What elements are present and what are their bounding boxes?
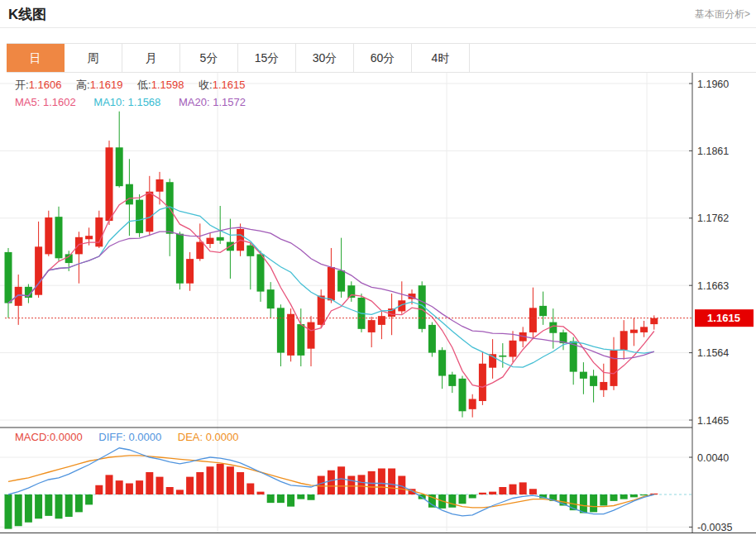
- price-tick-label: 1.1960: [697, 79, 729, 90]
- macd-pane: [4, 448, 692, 529]
- macd-legend: MACD:0.0000 DIFF: 0.0000 DEA: 0.0000: [15, 431, 239, 443]
- candle-body: [510, 341, 517, 357]
- macd-bar: [45, 494, 52, 516]
- macd-bar: [227, 466, 234, 494]
- candle-body: [318, 296, 325, 325]
- candle-body: [630, 330, 638, 333]
- macd-bar: [620, 494, 628, 499]
- candle-body: [610, 350, 618, 386]
- macd-bar: [580, 494, 587, 514]
- macd-bar: [347, 476, 355, 495]
- macd-bar: [337, 466, 345, 494]
- candle-body: [257, 254, 265, 291]
- macd-bar: [15, 494, 22, 526]
- candle-body: [499, 356, 506, 357]
- macd-bar: [328, 471, 335, 494]
- macd-tick-label: -0.0035: [697, 522, 732, 533]
- tab-day[interactable]: 日: [7, 44, 65, 72]
- macd-bar: [519, 482, 527, 494]
- ma10-legend: MA10: 1.1568: [93, 96, 160, 108]
- macd-bar: [126, 484, 133, 495]
- tab-4hour[interactable]: 4时: [412, 44, 470, 72]
- candle-body: [297, 324, 304, 356]
- macd-bar: [207, 466, 214, 494]
- macd-bar: [166, 487, 174, 494]
- macd-bar: [378, 469, 385, 495]
- low-label: 低:: [137, 79, 151, 91]
- candle-body: [337, 270, 345, 291]
- macd-bar: [640, 494, 648, 495]
- fundamental-analysis-link[interactable]: 基本面分析>: [695, 7, 750, 21]
- candle-body: [580, 372, 587, 379]
- candle-body: [146, 192, 153, 232]
- candle-body: [590, 376, 597, 386]
- tab-5min[interactable]: 5分: [180, 44, 238, 72]
- timeframe-tabbar: 日 周 月 5分 15分 30分 60分 4时: [7, 43, 756, 73]
- macd-bar: [287, 494, 294, 507]
- macd-bar: [95, 485, 103, 494]
- diff-value-legend: DIFF: 0.0000: [98, 431, 161, 443]
- page-title: K线图: [8, 5, 46, 24]
- macd-bar: [35, 494, 42, 518]
- price-tick-label: 1.1861: [697, 146, 729, 157]
- macd-bar: [237, 472, 244, 494]
- macd-bar: [630, 494, 638, 497]
- macd-bar: [5, 494, 12, 529]
- tab-month[interactable]: 月: [122, 44, 180, 72]
- macd-bar: [196, 472, 203, 494]
- macd-bar: [186, 477, 194, 494]
- candle-body: [438, 350, 446, 375]
- candle-body: [116, 147, 123, 186]
- candle-body: [308, 322, 315, 349]
- macd-bar: [448, 494, 456, 508]
- macd-bar: [388, 469, 395, 495]
- grid-lines: [0, 73, 692, 533]
- candle-body: [347, 285, 355, 298]
- macd-bar: [308, 494, 315, 500]
- candle-body: [246, 246, 254, 256]
- macd-bar: [459, 494, 467, 504]
- kline-chart-canvas[interactable]: 1.19601.18611.17621.16631.15641.14650.00…: [0, 73, 756, 535]
- macd-bar: [116, 480, 123, 494]
- ma5-legend: MA5: 1.1602: [15, 96, 76, 108]
- candle-body: [75, 237, 83, 255]
- candle-body: [267, 289, 275, 308]
- macd-bar: [489, 492, 496, 494]
- dea-value-legend: DEA: 0.0000: [178, 431, 239, 443]
- macd-histogram: [5, 464, 658, 529]
- price-tick-label: 1.1465: [697, 415, 729, 427]
- macd-bar: [75, 494, 83, 512]
- candle-body: [186, 259, 194, 284]
- candle-body: [428, 325, 436, 353]
- candle-body: [15, 287, 22, 306]
- candle-body: [600, 382, 607, 390]
- macd-bar: [246, 484, 254, 495]
- candle-body: [529, 308, 537, 332]
- candle-body: [620, 331, 628, 350]
- macd-bar: [156, 477, 164, 494]
- ohlc-legend: 开:1.1606 高:1.1619 低:1.1598 收:1.1615: [15, 78, 256, 93]
- candle-body: [35, 246, 42, 294]
- candle-body: [277, 308, 285, 352]
- low-value: 1.1598: [151, 79, 184, 91]
- tab-60min[interactable]: 60分: [354, 44, 412, 72]
- candle-body: [196, 242, 203, 260]
- tab-30min[interactable]: 30分: [296, 44, 354, 72]
- macd-bar: [600, 494, 607, 506]
- candle-body: [459, 379, 467, 411]
- candle-body: [5, 252, 12, 303]
- price-tick-label: 1.1663: [697, 280, 729, 292]
- macd-bar: [25, 494, 32, 523]
- macd-bar: [510, 485, 517, 494]
- macd-bar: [479, 493, 486, 494]
- macd-bar: [650, 494, 658, 494]
- candle-body: [106, 147, 113, 221]
- macd-bar: [146, 472, 153, 494]
- macd-bar: [297, 494, 304, 499]
- candle-body: [287, 314, 294, 356]
- tab-week[interactable]: 周: [65, 44, 122, 72]
- tab-15min[interactable]: 15分: [238, 44, 296, 72]
- candle-body: [217, 237, 224, 241]
- candle-body: [368, 320, 376, 332]
- candle-body: [328, 267, 335, 300]
